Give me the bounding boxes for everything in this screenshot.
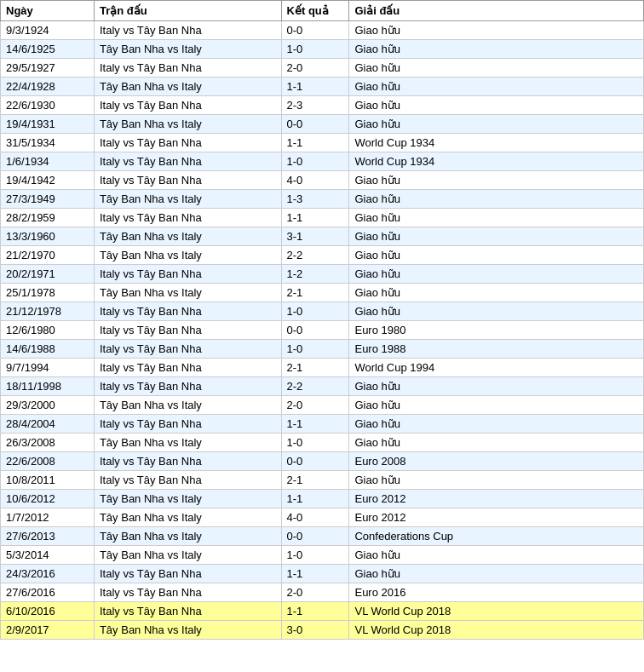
tournament-cell: Giao hữu bbox=[349, 565, 644, 583]
match-cell: Italy vs Tây Ban Nha bbox=[94, 583, 281, 602]
date-cell: 27/6/2016 bbox=[1, 583, 95, 602]
tournament-cell: Giao hữu bbox=[349, 78, 644, 96]
table-row: 19/4/1942Italy vs Tây Ban Nha4-0Giao hữu bbox=[1, 171, 644, 190]
result-cell: 1-1 bbox=[281, 602, 349, 621]
match-cell: Italy vs Tây Ban Nha bbox=[94, 265, 281, 284]
match-cell: Italy vs Tây Ban Nha bbox=[94, 602, 281, 621]
date-cell: 27/3/1949 bbox=[1, 190, 95, 209]
match-cell: Tây Ban Nha vs Italy bbox=[94, 546, 281, 565]
result-cell: 2-0 bbox=[281, 59, 349, 78]
table-row: 9/3/1924Italy vs Tây Ban Nha0-0Giao hữu bbox=[1, 21, 644, 40]
tournament-cell: Giao hữu bbox=[349, 471, 644, 490]
date-cell: 27/6/2013 bbox=[1, 527, 95, 546]
result-cell: 1-0 bbox=[281, 302, 349, 321]
tournament-cell: World Cup 1934 bbox=[349, 134, 644, 152]
tournament-cell: Giao hữu bbox=[349, 227, 644, 246]
result-cell: 3-0 bbox=[281, 621, 349, 640]
table-row: 19/4/1931Tây Ban Nha vs Italy0-0Giao hữu bbox=[1, 115, 644, 134]
table-row: 10/6/2012Tây Ban Nha vs Italy1-1Euro 201… bbox=[1, 490, 644, 508]
date-cell: 14/6/1988 bbox=[1, 340, 95, 359]
table-row: 29/3/2000Tây Ban Nha vs Italy2-0Giao hữu bbox=[1, 396, 644, 415]
match-cell: Tây Ban Nha vs Italy bbox=[94, 396, 281, 415]
match-cell: Italy vs Tây Ban Nha bbox=[94, 96, 281, 115]
match-cell: Tây Ban Nha vs Italy bbox=[94, 246, 281, 265]
result-cell: 1-0 bbox=[281, 152, 349, 171]
header-match: Trận đấu bbox=[94, 1, 281, 21]
date-cell: 24/3/2016 bbox=[1, 565, 95, 583]
date-cell: 25/1/1978 bbox=[1, 284, 95, 302]
date-cell: 1/7/2012 bbox=[1, 508, 95, 527]
tournament-cell: Giao hữu bbox=[349, 415, 644, 434]
table-row: 27/6/2013Tây Ban Nha vs Italy0-0Confeder… bbox=[1, 527, 644, 546]
match-cell: Italy vs Tây Ban Nha bbox=[94, 21, 281, 40]
result-cell: 2-0 bbox=[281, 583, 349, 602]
table-row: 28/4/2004Italy vs Tây Ban Nha1-1Giao hữu bbox=[1, 415, 644, 434]
result-cell: 2-1 bbox=[281, 284, 349, 302]
result-cell: 1-1 bbox=[281, 134, 349, 152]
match-cell: Italy vs Tây Ban Nha bbox=[94, 565, 281, 583]
result-cell: 1-1 bbox=[281, 565, 349, 583]
match-cell: Italy vs Tây Ban Nha bbox=[94, 340, 281, 359]
match-cell: Tây Ban Nha vs Italy bbox=[94, 190, 281, 209]
table-row: 27/3/1949Tây Ban Nha vs Italy1-3Giao hữu bbox=[1, 190, 644, 209]
tournament-cell: Confederations Cup bbox=[349, 527, 644, 546]
table-row: 14/6/1988Italy vs Tây Ban Nha1-0Euro 198… bbox=[1, 340, 644, 359]
table-row: 2/9/2017Tây Ban Nha vs Italy3-0VL World … bbox=[1, 621, 644, 640]
tournament-cell: Euro 1980 bbox=[349, 321, 644, 340]
tournament-cell: Giao hữu bbox=[349, 434, 644, 452]
table-row: 20/2/1971Italy vs Tây Ban Nha1-2Giao hữu bbox=[1, 265, 644, 284]
result-cell: 1-2 bbox=[281, 265, 349, 284]
match-cell: Italy vs Tây Ban Nha bbox=[94, 377, 281, 396]
header-date: Ngày bbox=[1, 1, 95, 21]
date-cell: 14/6/1925 bbox=[1, 40, 95, 59]
result-cell: 0-0 bbox=[281, 527, 349, 546]
date-cell: 19/4/1931 bbox=[1, 115, 95, 134]
result-cell: 1-0 bbox=[281, 546, 349, 565]
result-cell: 4-0 bbox=[281, 508, 349, 527]
date-cell: 12/6/1980 bbox=[1, 321, 95, 340]
tournament-cell: VL World Cup 2018 bbox=[349, 602, 644, 621]
table-row: 29/5/1927Italy vs Tây Ban Nha2-0Giao hữu bbox=[1, 59, 644, 78]
table-row: 14/6/1925Tây Ban Nha vs Italy1-0Giao hữu bbox=[1, 40, 644, 59]
tournament-cell: VL World Cup 2018 bbox=[349, 621, 644, 640]
date-cell: 5/3/2014 bbox=[1, 546, 95, 565]
table-row: 24/3/2016Italy vs Tây Ban Nha1-1Giao hữu bbox=[1, 565, 644, 583]
tournament-cell: Giao hữu bbox=[349, 190, 644, 209]
tournament-cell: Giao hữu bbox=[349, 59, 644, 78]
date-cell: 21/2/1970 bbox=[1, 246, 95, 265]
match-history-table: Ngày Trận đấu Kết quả Giải đấu 9/3/1924I… bbox=[0, 0, 644, 640]
match-cell: Italy vs Tây Ban Nha bbox=[94, 471, 281, 490]
result-cell: 1-0 bbox=[281, 434, 349, 452]
tournament-cell: Giao hữu bbox=[349, 40, 644, 59]
tournament-cell: Giao hữu bbox=[349, 396, 644, 415]
date-cell: 9/3/1924 bbox=[1, 21, 95, 40]
date-cell: 21/12/1978 bbox=[1, 302, 95, 321]
tournament-cell: Euro 2016 bbox=[349, 583, 644, 602]
match-cell: Italy vs Tây Ban Nha bbox=[94, 321, 281, 340]
match-cell: Italy vs Tây Ban Nha bbox=[94, 359, 281, 377]
result-cell: 0-0 bbox=[281, 452, 349, 471]
result-cell: 1-1 bbox=[281, 78, 349, 96]
tournament-cell: Euro 2012 bbox=[349, 508, 644, 527]
match-cell: Tây Ban Nha vs Italy bbox=[94, 284, 281, 302]
match-cell: Tây Ban Nha vs Italy bbox=[94, 490, 281, 508]
result-cell: 2-2 bbox=[281, 377, 349, 396]
table-row: 22/6/2008Italy vs Tây Ban Nha0-0Euro 200… bbox=[1, 452, 644, 471]
result-cell: 1-1 bbox=[281, 490, 349, 508]
date-cell: 22/6/2008 bbox=[1, 452, 95, 471]
match-cell: Tây Ban Nha vs Italy bbox=[94, 527, 281, 546]
match-cell: Italy vs Tây Ban Nha bbox=[94, 415, 281, 434]
date-cell: 28/4/2004 bbox=[1, 415, 95, 434]
table-row: 10/8/2011Italy vs Tây Ban Nha2-1Giao hữu bbox=[1, 471, 644, 490]
table-row: 9/7/1994Italy vs Tây Ban Nha2-1World Cup… bbox=[1, 359, 644, 377]
date-cell: 9/7/1994 bbox=[1, 359, 95, 377]
date-cell: 29/5/1927 bbox=[1, 59, 95, 78]
tournament-cell: Giao hữu bbox=[349, 171, 644, 190]
result-cell: 2-1 bbox=[281, 359, 349, 377]
date-cell: 31/5/1934 bbox=[1, 134, 95, 152]
tournament-cell: Giao hữu bbox=[349, 96, 644, 115]
result-cell: 4-0 bbox=[281, 171, 349, 190]
table-row: 27/6/2016Italy vs Tây Ban Nha2-0Euro 201… bbox=[1, 583, 644, 602]
table-row: 21/12/1978Italy vs Tây Ban Nha1-0Giao hữ… bbox=[1, 302, 644, 321]
date-cell: 18/11/1998 bbox=[1, 377, 95, 396]
